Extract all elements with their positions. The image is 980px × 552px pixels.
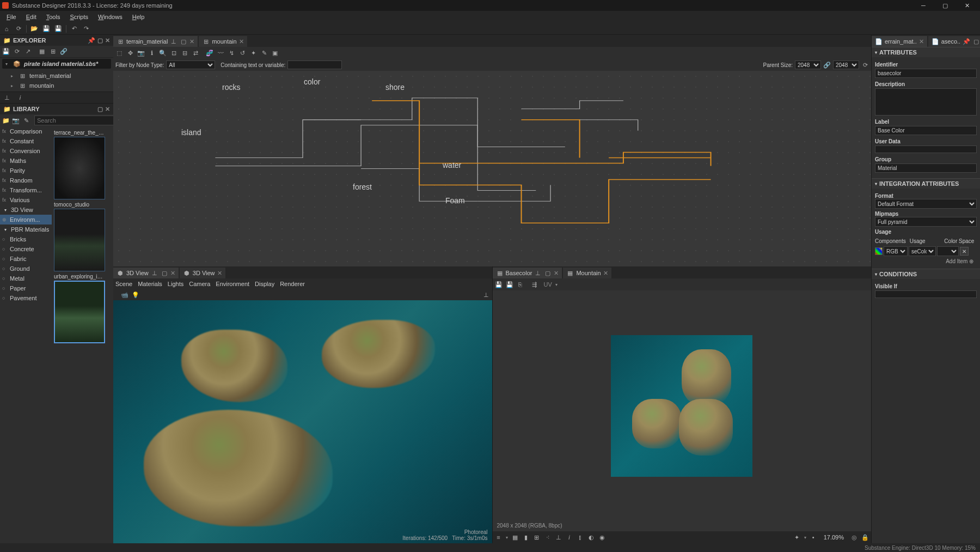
close-tab-icon[interactable]: ✕ [189,38,194,45]
module-icon[interactable]: ▦ [38,48,46,56]
pin-icon[interactable]: 📌 [963,38,970,45]
pencil-icon[interactable]: ✎ [24,117,29,124]
info-icon[interactable]: i [16,94,24,101]
filter-type-select[interactable]: All [166,60,215,69]
uv-label[interactable]: UV [544,281,552,288]
undo-icon[interactable]: ↶ [70,25,78,33]
open-icon[interactable]: 📂 [30,25,39,33]
target-icon[interactable]: ◎ [850,533,858,541]
lib-cat-bricks[interactable]: ○Bricks [0,234,52,244]
link-icon[interactable]: 🔗 [823,61,831,69]
menu-lights[interactable]: Lights [168,281,183,287]
lib-cat-pavement[interactable]: ○Pavement [0,293,52,303]
containing-input[interactable] [287,60,342,69]
tab-mountain-2d[interactable]: ▦ Mountain ✕ [563,268,611,278]
tree-item-terrain[interactable]: ▸ ⊞ terrain_material [0,71,113,81]
tab-mountain[interactable]: ⊞ mountain ✕ [199,36,247,47]
group-input[interactable]: Material [875,163,977,173]
align-icon[interactable]: ⊟ [181,49,188,57]
lib-cat-concrete[interactable]: ○Concrete [0,244,52,254]
label-input[interactable]: Base Color [875,126,977,135]
close-tab-icon[interactable]: ✕ [554,270,559,277]
checker-icon[interactable]: ▦ [511,533,519,541]
light-icon[interactable]: 💡 [132,291,139,299]
save-icon[interactable]: 💾 [42,25,51,33]
expander-icon[interactable]: ▸ [11,83,15,88]
tab-terrain-material[interactable]: ⊞ terrain_material ⊥ ▢ ✕ [113,36,198,47]
integration-header[interactable]: ▾ INTEGRATION ATTRIBUTES [872,179,980,189]
pin-icon[interactable]: ⊥ [170,38,177,45]
menu-materials[interactable]: Materials [138,281,162,287]
view2d-canvas[interactable]: 2048 x 2048 (RGBA, 8bpc) [493,290,872,531]
save-icon[interactable]: 💾 [495,281,503,288]
lib-cat-fabric[interactable]: ○Fabric [0,254,52,264]
lock-icon[interactable]: 🔒 [861,533,869,541]
library-search-input[interactable] [34,116,115,125]
parent-size-w[interactable]: 2048 [795,60,821,69]
dock-icon[interactable]: ▢ [97,106,103,113]
lib-cat-3dview[interactable]: ▾3D View [0,205,52,215]
usage-colorspace-select[interactable] [937,246,959,256]
lib-cat-transform[interactable]: fxTransform... [0,185,52,195]
lib-cat-conversion[interactable]: fxConversion [0,146,52,156]
close-tab-icon[interactable]: ✕ [919,38,924,45]
thumb-tomoco[interactable]: tomoco_studio [54,201,105,271]
lib-cat-pbr[interactable]: ▾PBR Materials [0,225,52,234]
explorer-file-label[interactable]: ▾ 📦 pirate island material.sbs* [2,59,111,69]
refresh-icon[interactable]: ⟳ [861,61,869,69]
userdata-input[interactable] [875,145,977,153]
camera-icon[interactable]: 📷 [12,117,20,124]
menu-edit[interactable]: Edit [22,13,41,21]
expander-icon[interactable]: ▸ [11,74,15,78]
thumb-urban[interactable]: urban_exploring_inte... [54,272,105,343]
folder-icon[interactable]: 📁 [2,117,10,124]
visibleif-input[interactable] [875,290,977,298]
link-icon[interactable]: 🔗 [60,48,68,56]
tab-basecolor-props[interactable]: 📄 aseco.. 📌 ▢ ✕ [928,36,980,47]
sphere-icon[interactable]: ◐ [587,533,595,541]
bolt-icon[interactable]: ↯ [228,49,235,57]
remove-usage-button[interactable]: ✕ [960,247,969,256]
move-icon[interactable]: ✥ [126,49,134,57]
menu-help[interactable]: Help [128,13,149,21]
color-icon[interactable]: ◉ [598,533,606,541]
view3d-canvas[interactable]: Photoreal Iterations: 142/500 Time: 3s/1… [113,300,492,543]
tool-icon[interactable]: ⊥ [3,94,11,101]
pin-icon[interactable]: 📌 [88,37,95,44]
tab-3dview-2[interactable]: ⬢ 3D View ✕ [180,268,225,278]
refresh-icon[interactable]: ⟳ [14,25,23,33]
close-tab-icon[interactable]: ✕ [217,270,222,277]
dock-icon[interactable]: ▢ [161,269,168,277]
save-icon[interactable]: 💾 [2,48,10,56]
home-icon[interactable]: ⌂ [2,25,11,33]
mipmaps-select[interactable]: Full pyramid [875,217,977,227]
menu-file[interactable]: File [2,13,21,21]
color-swatch[interactable] [875,247,883,255]
add-item-button[interactable]: Add Item ⊕ [875,256,977,266]
menu-environment[interactable]: Environment [216,281,249,287]
close-panel-icon[interactable]: ✕ [105,37,110,44]
spiral-icon[interactable]: 〰 [217,49,224,57]
ruler-icon[interactable]: ⊥ [555,533,562,541]
copy-icon[interactable]: ⎘ [517,281,524,288]
expander-icon[interactable]: ▾ [5,62,10,66]
description-input[interactable] [875,88,977,116]
tab-3dview-1[interactable]: ⬢ 3D View ⊥ ▢ ✕ [113,268,179,278]
lib-cat-parity[interactable]: fxParity [0,166,52,175]
menu-scripts[interactable]: Scripts [65,13,93,21]
gear-icon[interactable]: ✎ [260,49,268,57]
lib-cat-paper[interactable]: ○Paper [0,283,52,293]
fit-icon[interactable]: ⊡ [170,49,177,57]
tab-terrain-props[interactable]: 📄 errain_mat.. ✕ [872,36,927,47]
save-all-icon[interactable]: 💾 [506,281,513,288]
close-tab-icon[interactable]: ✕ [239,38,244,45]
pin-icon[interactable]: ⊥ [151,269,158,277]
usage-ecolor-select[interactable]: seColor [909,246,936,256]
settings-icon[interactable]: ⊥ [482,291,490,299]
lib-cat-ground[interactable]: ○Ground [0,264,52,274]
reset-icon[interactable]: ↺ [238,49,246,57]
sparkle-icon[interactable]: ✦ [249,49,257,57]
menu-tools[interactable]: Tools [42,13,65,21]
info-icon[interactable]: i [566,533,573,541]
identifier-input[interactable]: basecolor [875,69,977,78]
